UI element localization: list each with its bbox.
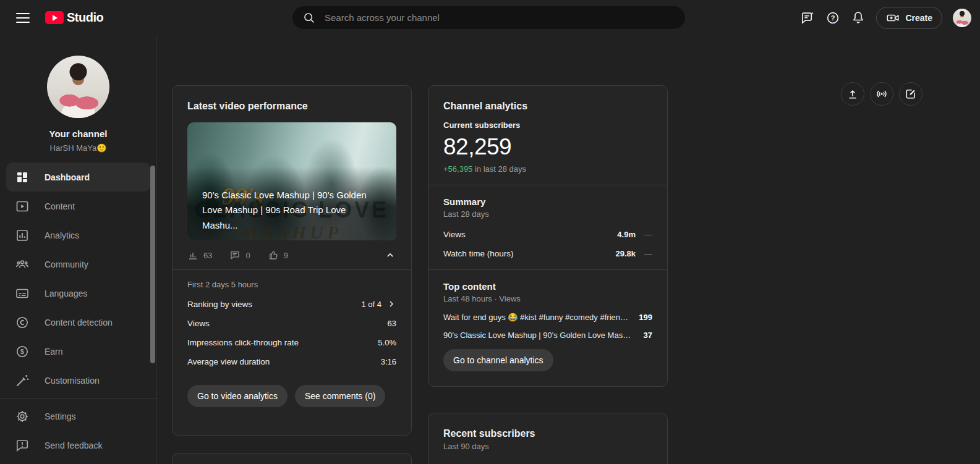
sidebar-item-label: Settings [45, 411, 76, 421]
sidebar-item-community[interactable]: Community [0, 250, 156, 279]
card-title: Latest video performance [187, 101, 396, 112]
chevron-right-icon [386, 299, 396, 309]
sidebar-item-label: Content detection [45, 318, 113, 327]
sidebar-item-earn[interactable]: $ Earn [0, 337, 156, 366]
first-period-label: First 2 days 5 hours [187, 280, 396, 289]
dashboard-icon [15, 170, 30, 185]
sidebar-item-settings[interactable]: Settings [0, 402, 156, 431]
views-count: 63 [203, 251, 212, 260]
delta-suffix: in last 28 days [472, 164, 526, 174]
trend-flat-icon: — [644, 249, 652, 258]
likes-stat: 9 [268, 250, 288, 261]
see-comments-button[interactable]: See comments (0) [295, 385, 385, 407]
notifications-bell-icon[interactable] [851, 11, 866, 25]
metric-label: Average view duration [187, 357, 270, 366]
page-actions [841, 82, 922, 106]
svg-text:?: ? [831, 14, 835, 22]
svg-text:$: $ [20, 347, 24, 355]
top-content-rows: Wait for end guys 😂 #kist #funny #comedy… [443, 308, 652, 344]
upload-video-button[interactable] [841, 82, 864, 106]
sidebar-item-customisation[interactable]: Customisation [0, 366, 156, 395]
subtitles-icon [15, 286, 30, 301]
video-metrics: Ranking by views 1 of 4 Views 63 Impress… [187, 294, 396, 371]
go-to-video-analytics-button[interactable]: Go to video analytics [187, 385, 288, 407]
summary-value: 4.9m [617, 230, 636, 239]
help-icon[interactable]: ? [825, 11, 840, 25]
divider [428, 269, 667, 270]
create-label: Create [905, 13, 932, 23]
likes-count: 9 [284, 251, 288, 260]
divider [173, 269, 411, 270]
sidebar-item-analytics[interactable]: Analytics [0, 221, 156, 250]
metric-row-avd: Average view duration 3:16 [187, 352, 396, 371]
metric-value: 3:16 [381, 357, 396, 366]
sidebar-scrollbar[interactable] [150, 166, 155, 363]
youtube-studio-logo[interactable]: Studio [45, 11, 103, 25]
metric-row-ranking[interactable]: Ranking by views 1 of 4 [187, 294, 396, 314]
edit-button[interactable] [899, 82, 922, 106]
go-to-channel-analytics-button[interactable]: Go to channel analytics [443, 349, 553, 371]
search-icon [302, 11, 315, 24]
sidebar-item-content-detection[interactable]: Content detection [0, 308, 156, 337]
channel-avatar[interactable] [47, 56, 109, 118]
current-subscribers-label: Current subscribers [443, 120, 652, 130]
top-content-row[interactable]: 90's Classic Love Mashup | 90's Golden L… [443, 326, 652, 344]
sidebar-item-dashboard[interactable]: Dashboard [6, 162, 150, 192]
video-title: 90's Classic Love Mashup | 90's Golden L… [187, 167, 396, 240]
top-content-views: 37 [644, 331, 652, 340]
metric-value: 1 of 4 [361, 300, 381, 309]
card-title: Channel analytics [443, 101, 652, 112]
sidebar-item-label: Send feedback [45, 441, 102, 450]
summary-label: Watch time (hours) [443, 249, 514, 258]
metric-label: Impressions click-through rate [187, 338, 299, 347]
create-video-icon [886, 11, 900, 25]
comment-icon [229, 250, 241, 261]
trend-flat-icon: — [644, 230, 652, 239]
create-button[interactable]: Create [876, 7, 942, 29]
sidebar-item-content[interactable]: Content [0, 192, 156, 221]
metric-value: 5.0% [378, 338, 396, 347]
video-stats-row: 63 0 9 [187, 249, 396, 261]
summary-row-watch-time: Watch time (hours) 29.8k — [443, 244, 652, 263]
account-avatar[interactable] [953, 9, 971, 27]
sidebar-item-label: Analytics [45, 230, 79, 240]
metric-row-views: Views 63 [187, 314, 396, 333]
delta-value: +56,395 [443, 164, 472, 174]
studio-wordmark: Studio [67, 11, 103, 25]
sidebar-item-label: Dashboard [45, 172, 90, 182]
search-input[interactable] [325, 12, 675, 23]
next-card-stub [172, 453, 412, 464]
top-content-period: Last 48 hours · Views [443, 294, 652, 303]
sidebar-item-label: Customisation [45, 376, 100, 386]
go-live-button[interactable] [870, 82, 893, 106]
feedback-bubble-icon [15, 438, 30, 453]
channel-name: HarSH MaYa🙂 [0, 143, 156, 153]
summary-rows: Views 4.9m — Watch time (hours) 29.8k — [443, 225, 652, 263]
sidebar-menu: Dashboard Content Analytics Community [0, 162, 156, 460]
sidebar-item-label: Earn [45, 347, 63, 356]
hamburger-menu-icon[interactable] [16, 13, 30, 23]
comments-count: 0 [245, 251, 250, 260]
sidebar-item-languages[interactable]: Languages [0, 279, 156, 308]
sidebar-item-send-feedback[interactable]: Send feedback [0, 431, 156, 460]
views-stat: 63 [187, 250, 212, 261]
metric-label: Ranking by views [187, 300, 252, 309]
recent-subscribers-card: Recent subscribers Last 90 days [428, 413, 668, 464]
summary-row-views: Views 4.9m — [443, 225, 652, 244]
topbar-actions: ? Create [800, 0, 971, 35]
video-thumbnail[interactable]: 90's CLASSIC LOVE MASHUP 90's Classic Lo… [187, 122, 396, 240]
top-content-video-title: Wait for end guys 😂 #kist #funny #comedy… [443, 313, 639, 322]
edit-pencil-icon [905, 88, 917, 100]
channel-title: Your channel [0, 129, 156, 139]
youtube-play-icon [45, 11, 64, 24]
top-content-row[interactable]: Wait for end guys 😂 #kist #funny #comedy… [443, 308, 652, 326]
chevron-up-icon[interactable] [384, 249, 396, 261]
main-content: Channel dashboard Latest video performan… [157, 35, 980, 464]
bar-chart-icon [187, 250, 198, 261]
summary-value: 29.8k [615, 249, 636, 258]
feedback-icon[interactable] [800, 11, 815, 25]
live-icon [876, 88, 888, 100]
recent-subscribers-period: Last 90 days [443, 442, 652, 451]
card-title: Recent subscribers [443, 428, 652, 439]
channel-search-bar[interactable] [292, 6, 685, 29]
